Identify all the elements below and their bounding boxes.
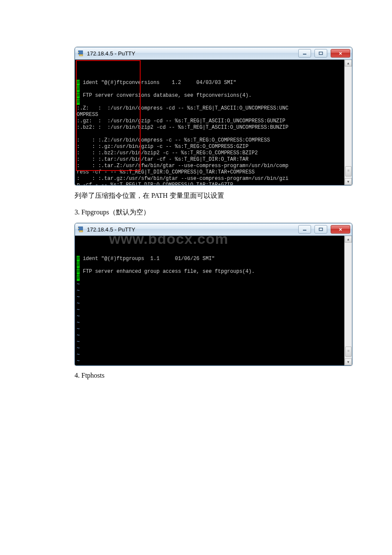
scroll-thumb[interactable] — [345, 347, 352, 357]
terminal-content[interactable]: # ident "@(#)ftpconversions 1.2 04/03/03… — [75, 60, 344, 185]
terminal-line: : : :.tar.Z:/usr/sfw/bin/gtar --use-comp… — [77, 163, 344, 169]
caption-text: 列举了压缩指令位置，在 PATH 变量里面可以设置 — [75, 191, 320, 200]
document-page: 172.18.4.5 - PuTTY ✕ # ident "@(#)ftpcon… — [0, 0, 392, 555]
scroll-track[interactable] — [345, 243, 352, 358]
svg-rect-0 — [78, 51, 83, 54]
vi-empty-line: ~ — [77, 320, 344, 326]
svg-rect-9 — [319, 228, 323, 231]
terminal-line: # ident "@(#)ftpconversions 1.2 04/03/03… — [77, 80, 344, 86]
window-title: 172.18.4.5 - PuTTY — [87, 50, 295, 57]
svg-rect-2 — [78, 52, 79, 53]
scroll-down-arrow[interactable]: ▾ — [345, 178, 352, 185]
terminal-line: : : :.Z:/usr/bin/compress -c -- %s:T_REG… — [77, 137, 344, 144]
minimize-button[interactable] — [298, 49, 311, 58]
vi-empty-line: ~ — [77, 332, 344, 339]
terminal-line: : : :.tar.gz:/usr/sfw/bin/gtar --use-com… — [77, 176, 344, 182]
terminal-line: # FTP server enhanced group access file,… — [77, 269, 344, 275]
vi-empty-line: ~ — [77, 345, 344, 352]
vi-empty-line: ~ — [77, 364, 344, 365]
terminal-line: :.gz: : :/usr/bin/gzip -cd -- %s:T_REG|T… — [77, 118, 344, 124]
terminal-line: :.Z: : :/usr/bin/compress -cd -- %s:T_RE… — [77, 105, 344, 112]
svg-rect-8 — [303, 230, 306, 231]
terminal-line: # — [77, 262, 344, 269]
terminal-line: # FTP server conversions database, see f… — [77, 92, 344, 99]
vi-empty-line: ~ — [77, 358, 344, 364]
maximize-button[interactable] — [314, 225, 327, 234]
svg-rect-3 — [303, 54, 306, 55]
terminal-line: # ident "@(#)ftpgroups 1.1 01/06/26 SMI" — [77, 256, 344, 262]
terminal-line: :.bz2: : :/usr/bin/bzip2 -cd -- %s:T_REG… — [77, 124, 344, 131]
vi-empty-line: ~ — [77, 307, 344, 313]
vi-empty-line: ~ — [77, 326, 344, 332]
close-button[interactable]: ✕ — [331, 49, 350, 58]
terminal-line: # — [77, 275, 344, 281]
terminal-line: # — [77, 86, 344, 92]
titlebar[interactable]: 172.18.4.5 - PuTTY ✕ — [75, 47, 352, 60]
minimize-button[interactable] — [298, 225, 311, 234]
putty-window-ftpconversions: 172.18.4.5 - PuTTY ✕ # ident "@(#)ftpcon… — [75, 47, 352, 185]
svg-rect-1 — [79, 55, 83, 56]
terminal-line: : : :.tar:/usr/bin/tar -cf - %s:T_REG|T_… — [77, 156, 344, 163]
terminal-line — [77, 131, 344, 137]
section-heading-3: 3. Ftpgroups（默认为空） — [75, 208, 320, 217]
putty-icon — [78, 50, 84, 57]
terminal-line: : : :.bz2:/usr/bin/bzip2 -c -- %s:T_REG:… — [77, 150, 344, 156]
svg-rect-5 — [78, 227, 83, 230]
section-heading-4: 4. Ftphosts — [75, 372, 320, 379]
scrollbar[interactable]: ▴ ▾ — [344, 236, 352, 365]
vi-empty-line: ~ — [77, 301, 344, 307]
vi-empty-line: ~ — [77, 294, 344, 301]
terminal-line: ress -cf - -- %s:T_REG|T_DIR:O_COMPRESS|… — [77, 169, 344, 176]
terminal-wrapper: # ident "@(#)ftpconversions 1.2 04/03/03… — [75, 60, 352, 185]
watermark-text: www.bdocx.com — [109, 236, 228, 242]
vi-empty-line: ~ — [77, 288, 344, 294]
scroll-thumb[interactable] — [345, 166, 352, 176]
terminal-wrapper: www.bdocx.com # ident "@(#)ftpgroups 1.1… — [75, 236, 352, 365]
terminal-line: : : :.gz:/usr/bin/gzip -c -- %s:T_REG:O_… — [77, 144, 344, 150]
scroll-up-arrow[interactable]: ▴ — [345, 236, 352, 243]
vi-empty-line: ~ — [77, 352, 344, 358]
window-title: 172.18.4.5 - PuTTY — [87, 226, 295, 233]
terminal-line: OMPRESS — [77, 112, 344, 118]
scroll-track[interactable] — [345, 66, 352, 178]
svg-rect-6 — [79, 231, 83, 232]
svg-rect-4 — [319, 52, 323, 55]
vi-empty-line: ~ — [77, 313, 344, 320]
vi-empty-line: ~ — [77, 281, 344, 288]
scroll-up-arrow[interactable]: ▴ — [345, 60, 352, 66]
maximize-button[interactable] — [314, 49, 327, 58]
close-button[interactable]: ✕ — [331, 225, 350, 234]
titlebar[interactable]: 172.18.4.5 - PuTTY ✕ — [75, 223, 352, 236]
scroll-down-arrow[interactable]: ▾ — [345, 358, 352, 365]
putty-icon — [78, 226, 84, 233]
terminal-line: p -cf - -- %s:T_REG|T_DIR:O_COMPRESS|O_T… — [77, 182, 344, 185]
putty-window-ftpgroups: 172.18.4.5 - PuTTY ✕ www.bdocx.com # ide… — [75, 223, 352, 366]
terminal-content[interactable]: www.bdocx.com # ident "@(#)ftpgroups 1.1… — [75, 236, 344, 365]
vi-empty-line: ~ — [77, 339, 344, 345]
terminal-line: # — [77, 99, 344, 105]
scrollbar[interactable]: ▴ ▾ — [344, 60, 352, 185]
svg-rect-7 — [78, 228, 79, 229]
